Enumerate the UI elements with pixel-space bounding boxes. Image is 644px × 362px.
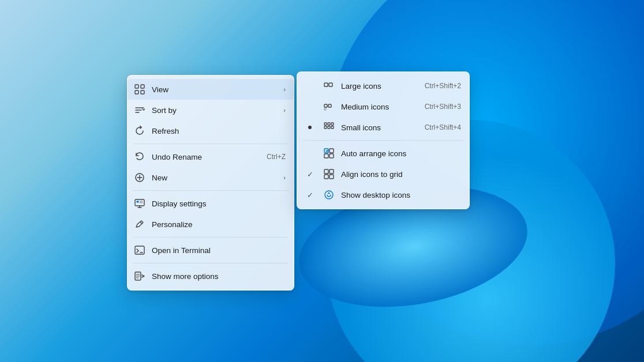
svg-rect-6: [137, 201, 139, 203]
menu-item-new[interactable]: New ›: [128, 167, 294, 188]
show-desktop-icon: [323, 188, 335, 201]
svg-rect-8: [140, 202, 143, 203]
align-grid-check: ✓: [303, 170, 317, 179]
svg-rect-29: [330, 175, 334, 179]
svg-rect-14: [328, 104, 331, 107]
sort-arrow: ›: [283, 107, 286, 114]
svg-rect-13: [324, 104, 327, 107]
svg-rect-17: [328, 123, 330, 125]
submenu-label-medium-icons: Medium icons: [341, 103, 405, 111]
submenu-item-medium-icons[interactable]: Medium icons Ctrl+Shift+3: [297, 96, 469, 117]
submenu-label-large-icons: Large icons: [341, 82, 405, 90]
svg-rect-21: [331, 126, 334, 129]
submenu-label-show-desktop-icons: Show desktop icons: [341, 191, 461, 199]
display-icon: [133, 197, 146, 210]
svg-rect-26: [324, 169, 328, 174]
auto-arrange-icon: [323, 147, 335, 160]
divider-2: [133, 190, 288, 191]
view-icon: [133, 83, 146, 96]
submenu-item-small-icons[interactable]: Small icons Ctrl+Shift+4: [297, 117, 469, 138]
menu-label-open-terminal: Open in Terminal: [152, 246, 286, 255]
personalize-icon: [133, 218, 146, 231]
svg-rect-15: [324, 108, 326, 110]
medium-icons-shortcut: Ctrl+Shift+3: [425, 103, 461, 111]
svg-rect-11: [324, 83, 328, 86]
svg-rect-24: [324, 154, 328, 158]
menu-item-sort-by[interactable]: Sort by ›: [128, 100, 294, 120]
submenu-item-auto-arrange[interactable]: Auto arrange icons: [297, 143, 469, 164]
divider-4: [133, 263, 288, 263]
align-grid-icon: [323, 168, 335, 180]
submenu-item-show-desktop-icons[interactable]: ✓ Show desktop icons: [297, 184, 469, 205]
divider-3: [133, 237, 288, 237]
more-icon: [133, 270, 146, 282]
divider-1: [133, 144, 288, 144]
menu-label-personalize: Personalize: [152, 220, 286, 229]
menu-item-undo-rename[interactable]: Undo Rename Ctrl+Z: [128, 146, 294, 167]
svg-rect-2: [135, 90, 138, 94]
svg-rect-23: [330, 149, 334, 153]
menu-label-view: View: [152, 85, 273, 94]
menu-label-display-settings: Display settings: [152, 199, 286, 208]
svg-rect-20: [328, 126, 330, 129]
menu-item-open-terminal[interactable]: Open in Terminal: [128, 240, 294, 261]
new-icon: [133, 171, 146, 184]
medium-icons-icon: [323, 100, 335, 113]
small-icons-shortcut: Ctrl+Shift+4: [425, 123, 461, 131]
svg-rect-12: [329, 83, 332, 86]
menu-item-show-more-options[interactable]: Show more options: [128, 266, 294, 286]
large-icons-shortcut: Ctrl+Shift+2: [425, 82, 461, 90]
svg-rect-9: [135, 246, 144, 254]
svg-rect-25: [330, 154, 334, 158]
svg-point-31: [328, 193, 330, 194]
submenu-item-align-grid[interactable]: ✓ Align icons to grid: [297, 164, 469, 184]
show-desktop-check: ✓: [303, 191, 317, 199]
svg-rect-19: [324, 126, 327, 129]
undo-shortcut: Ctrl+Z: [267, 153, 286, 161]
submenu-label-align-grid: Align icons to grid: [341, 170, 461, 179]
svg-rect-18: [331, 123, 334, 125]
menu-label-new: New: [152, 174, 273, 182]
menu-item-refresh[interactable]: Refresh: [128, 120, 294, 141]
small-icons-check: [303, 126, 317, 129]
svg-rect-28: [324, 175, 328, 179]
menu-label-sort-by: Sort by: [152, 106, 273, 115]
menu-item-display-settings[interactable]: Display settings: [128, 193, 294, 214]
view-submenu: Large icons Ctrl+Shift+2 Medium icons Ct…: [297, 71, 470, 209]
view-arrow: ›: [283, 86, 286, 93]
context-menu-wrapper: View › Sort by › Refresh: [127, 75, 470, 291]
menu-item-personalize[interactable]: Personalize: [128, 214, 294, 235]
svg-rect-1: [141, 85, 144, 88]
svg-rect-16: [324, 123, 327, 125]
menu-label-refresh: Refresh: [152, 127, 286, 135]
submenu-label-auto-arrange: Auto arrange icons: [341, 149, 461, 158]
svg-rect-27: [330, 169, 334, 174]
svg-rect-0: [135, 85, 138, 88]
small-icons-dot: [308, 126, 312, 129]
menu-label-show-more-options: Show more options: [152, 272, 286, 281]
svg-rect-7: [140, 201, 143, 202]
sort-icon: [133, 104, 146, 116]
submenu-label-small-icons: Small icons: [341, 123, 405, 132]
menu-label-undo-rename: Undo Rename: [152, 153, 247, 161]
context-menu: View › Sort by › Refresh: [127, 75, 294, 291]
refresh-icon: [133, 125, 146, 137]
terminal-icon: [133, 244, 146, 257]
undo-icon: [133, 150, 146, 163]
small-icons-icon: [323, 121, 335, 134]
menu-item-view[interactable]: View ›: [128, 79, 294, 100]
svg-point-30: [325, 191, 333, 199]
submenu-item-large-icons[interactable]: Large icons Ctrl+Shift+2: [297, 76, 469, 96]
submenu-divider-1: [303, 140, 463, 141]
large-icons-icon: [323, 80, 335, 92]
new-arrow: ›: [283, 174, 286, 181]
svg-rect-3: [141, 90, 144, 94]
